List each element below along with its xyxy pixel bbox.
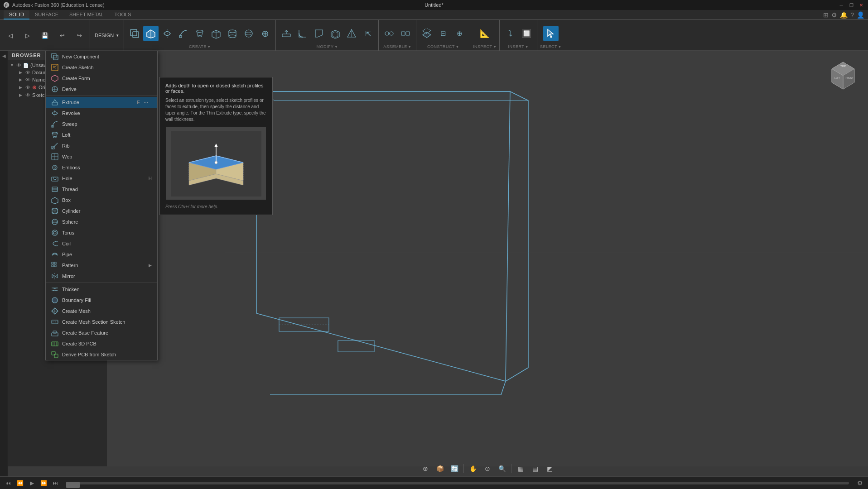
chamfer-icon[interactable]	[311, 26, 327, 41]
menu-item-sphere[interactable]: Sphere	[46, 216, 157, 227]
undo-button[interactable]: ↩	[54, 28, 70, 43]
menu-item-create-3d-pcb[interactable]: Create 3D PCB	[46, 338, 157, 349]
menu-item-derive-pcb[interactable]: Derive PCB from Sketch	[46, 349, 157, 360]
help-icon[interactable]: ?	[850, 11, 854, 19]
menu-item-coil[interactable]: Coil	[46, 238, 157, 249]
create-group-label[interactable]: CREATE ▼	[189, 44, 211, 49]
press-pull-icon[interactable]	[279, 26, 294, 41]
menu-item-pipe[interactable]: Pipe	[46, 249, 157, 260]
midplane-icon[interactable]: ⊟	[435, 26, 451, 41]
eye-icon-sketches[interactable]: 👁	[25, 92, 30, 98]
zoom-fit-icon[interactable]: ⊙	[481, 462, 494, 475]
grid-icon[interactable]: ⊞	[823, 11, 829, 19]
play-back-button[interactable]: ⏪	[15, 479, 24, 488]
grid-dropdown-icon[interactable]: ⊕	[419, 462, 432, 475]
tab-solid[interactable]: SOLID	[4, 10, 29, 19]
fillet-icon[interactable]	[295, 26, 310, 41]
menu-item-mirror[interactable]: Mirror	[46, 271, 157, 282]
modify-group-label[interactable]: MODIFY ▼	[316, 44, 338, 49]
menu-item-revolve[interactable]: Revolve	[46, 108, 157, 119]
menu-item-pattern[interactable]: Pattern ▶	[46, 260, 157, 271]
eye-icon-origin[interactable]: 👁	[25, 85, 30, 90]
move-icon[interactable]: ⊕	[257, 26, 273, 41]
menu-item-emboss[interactable]: Emboss	[46, 162, 157, 173]
draft-icon[interactable]	[344, 26, 359, 41]
back-button[interactable]: ◁	[3, 28, 18, 43]
play-forward-button[interactable]: ⏩	[39, 479, 48, 488]
loft-icon[interactable]	[192, 26, 207, 41]
sphere-icon[interactable]	[241, 26, 256, 41]
revolve-icon[interactable]	[159, 26, 175, 41]
viewcube-icon[interactable]: 🔄	[448, 462, 461, 475]
display-mode-icon[interactable]: ▦	[514, 462, 527, 475]
tab-surface[interactable]: SURFACE	[29, 10, 64, 19]
menu-item-thicken[interactable]: Thicken	[46, 284, 157, 295]
insert-derive-icon[interactable]: ⤵	[502, 26, 518, 41]
new-body-icon[interactable]	[127, 26, 142, 41]
joint-icon[interactable]	[381, 26, 397, 41]
save-button[interactable]: 💾	[37, 28, 53, 43]
tab-sheet-metal[interactable]: SHEET METAL	[64, 10, 109, 19]
timeline-settings-icon[interactable]: ⚙	[855, 479, 864, 488]
environment-icon[interactable]: ◩	[543, 462, 556, 475]
settings-icon[interactable]: ⚙	[831, 11, 837, 19]
menu-item-torus[interactable]: Torus	[46, 227, 157, 238]
tab-tools[interactable]: TOOLS	[109, 10, 136, 19]
zoom-icon[interactable]: 🔍	[496, 462, 508, 475]
redo-button[interactable]: ↪	[72, 28, 87, 43]
close-button[interactable]: ✕	[858, 2, 864, 8]
menu-item-create-sketch[interactable]: Create Sketch	[46, 62, 157, 73]
play-button[interactable]: ▶	[27, 479, 36, 488]
timeline-bar[interactable]	[66, 482, 849, 484]
measure-icon[interactable]: 📐	[477, 26, 492, 41]
timeline-thumb[interactable]	[66, 482, 80, 488]
design-dropdown-button[interactable]: DESIGN ▼	[90, 20, 124, 51]
eye-icon-views[interactable]: 👁	[25, 77, 30, 82]
minimize-button[interactable]: ─	[838, 2, 844, 8]
menu-item-web[interactable]: Web	[46, 151, 157, 162]
menu-item-mesh-section-sketch[interactable]: Create Mesh Section Sketch	[46, 316, 157, 327]
pan-icon[interactable]: ✋	[467, 462, 479, 475]
menu-item-box[interactable]: Box	[46, 195, 157, 206]
construct-group-label[interactable]: CONSTRUCT ▼	[427, 44, 459, 49]
select-icon[interactable]	[543, 26, 559, 41]
menu-item-rib[interactable]: Rib	[46, 140, 157, 151]
menu-item-sweep[interactable]: Sweep	[46, 119, 157, 129]
scale-icon[interactable]: ⇱	[360, 26, 376, 41]
eye-icon-doc[interactable]: 👁	[25, 70, 30, 75]
nav-collapse-icon[interactable]: ◀	[1, 53, 7, 59]
menu-item-create-form[interactable]: Create Form	[46, 73, 157, 84]
offset-plane-icon[interactable]	[419, 26, 434, 41]
axis-through-icon[interactable]: ⊕	[452, 26, 467, 41]
insert-group-label[interactable]: INSERT ▼	[508, 44, 528, 49]
play-to-end-button[interactable]: ⏭	[51, 479, 60, 488]
menu-item-create-base-feature[interactable]: Create Base Feature	[46, 327, 157, 338]
menu-item-extrude[interactable]: Extrude E ⋯	[46, 97, 157, 108]
eye-icon-root[interactable]: 👁	[16, 62, 21, 68]
insert-mesh-icon[interactable]: 🔲	[519, 26, 534, 41]
forward-button[interactable]: ▷	[20, 28, 35, 43]
user-icon[interactable]: 👤	[857, 11, 864, 19]
menu-item-derive[interactable]: Derive	[46, 84, 157, 95]
menu-item-hole[interactable]: Hole H	[46, 173, 157, 184]
select-group-label[interactable]: SELECT ▼	[540, 44, 561, 49]
effects-icon[interactable]: ▤	[529, 462, 541, 475]
display-settings-icon[interactable]: 📦	[434, 462, 446, 475]
as-built-joint-icon[interactable]	[398, 26, 413, 41]
shell-icon[interactable]	[328, 26, 343, 41]
menu-item-create-mesh[interactable]: Create Mesh	[46, 306, 157, 316]
play-to-start-button[interactable]: ⏮	[4, 479, 13, 488]
notification-icon[interactable]: 🔔	[840, 11, 848, 19]
extrude-large-icon[interactable]	[143, 26, 159, 41]
menu-item-new-component[interactable]: New Component	[46, 51, 157, 62]
cylinder-icon[interactable]	[225, 26, 240, 41]
menu-item-loft[interactable]: Loft	[46, 129, 157, 140]
menu-item-thread[interactable]: Thread	[46, 184, 157, 195]
assemble-group-label[interactable]: ASSEMBLE ▼	[383, 44, 411, 49]
restore-button[interactable]: ❐	[848, 2, 854, 8]
box-icon[interactable]	[208, 26, 224, 41]
menu-item-boundary-fill[interactable]: Boundary Fill	[46, 295, 157, 306]
menu-item-cylinder[interactable]: Cylinder	[46, 206, 157, 216]
sweep-icon[interactable]	[176, 26, 191, 41]
orientation-cube[interactable]: TOP FRONT LEFT	[827, 60, 859, 91]
